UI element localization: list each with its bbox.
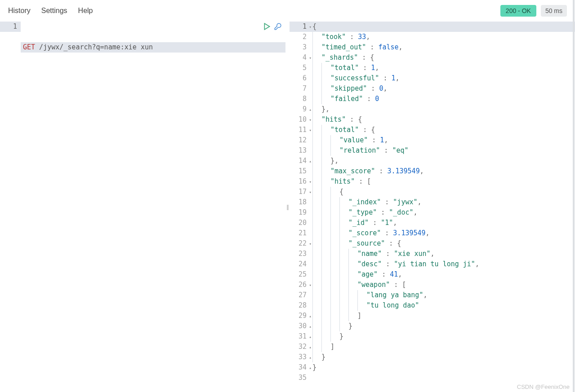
response-line[interactable]: "weapon" : [	[310, 280, 575, 290]
response-line[interactable]: "relation" : "eq"	[310, 145, 575, 156]
fold-toggle-icon[interactable]: ▾	[309, 125, 312, 135]
response-line[interactable]: }	[310, 362, 575, 373]
scrollbar-track[interactable]	[573, 0, 575, 392]
line-number: 22▾	[290, 238, 310, 249]
line-number: 4▾	[290, 53, 310, 63]
response-line[interactable]: }	[310, 321, 575, 331]
line-number: 27	[290, 290, 310, 300]
response-line[interactable]: ]	[310, 342, 575, 352]
response-line[interactable]: "took" : 33,	[310, 32, 575, 42]
fold-toggle-icon[interactable]: ▾	[309, 280, 312, 290]
line-number: 33▴	[290, 352, 310, 362]
response-line[interactable]: "_source" : {	[310, 238, 575, 249]
fold-toggle-icon[interactable]: ▴	[309, 311, 312, 321]
response-line[interactable]: "failed" : 0	[310, 94, 575, 104]
run-icon[interactable]	[263, 22, 271, 31]
line-number: 15	[290, 166, 310, 176]
fold-toggle-icon[interactable]: ▾	[309, 187, 312, 197]
menu-help[interactable]: Help	[78, 7, 93, 15]
request-gutter: 1	[0, 22, 21, 392]
line-number: 6	[290, 73, 310, 84]
fold-toggle-icon[interactable]: ▴	[309, 331, 312, 342]
line-number: 14▴	[290, 156, 310, 166]
response-line[interactable]: },	[310, 104, 575, 115]
http-path: /jywx/_search?q=name:xie xun	[35, 43, 153, 51]
response-line[interactable]: "tu long dao"	[310, 300, 575, 311]
line-number: 18	[290, 197, 310, 207]
response-line[interactable]: "timed_out" : false,	[310, 42, 575, 53]
response-line[interactable]: "name" : "xie xun",	[310, 249, 575, 259]
response-line[interactable]: "value" : 1,	[310, 135, 575, 145]
response-line[interactable]: {	[310, 22, 575, 32]
status-badge[interactable]: 200 - OK	[500, 5, 536, 17]
fold-toggle-icon[interactable]: ▾	[309, 176, 312, 187]
fold-toggle-icon[interactable]: ▾	[309, 238, 312, 249]
line-number: 32▴	[290, 342, 310, 352]
menu-history[interactable]: History	[8, 7, 31, 15]
response-line[interactable]: "total" : 1,	[310, 63, 575, 73]
response-line[interactable]: {	[310, 187, 575, 197]
http-method: GET	[23, 43, 35, 51]
response-line[interactable]: "hits" : {	[310, 115, 575, 125]
fold-toggle-icon[interactable]: ▴	[309, 362, 312, 373]
fold-toggle-icon[interactable]: ▴	[309, 321, 312, 331]
topbar: History Settings Help 200 - OK 50 ms	[0, 0, 575, 22]
line-number: 8	[290, 94, 310, 104]
line-number: 24	[290, 259, 310, 269]
line-number: 23	[290, 249, 310, 259]
line-number: 13	[290, 145, 310, 156]
editor-panes: 1 GET /jywx/_search?q=name:xie xun 1▾234…	[0, 22, 575, 392]
line-number: 1	[0, 22, 21, 32]
response-line[interactable]: "age" : 41,	[310, 269, 575, 280]
fold-toggle-icon[interactable]: ▴	[309, 342, 312, 352]
response-line[interactable]: "skipped" : 0,	[310, 84, 575, 94]
response-line[interactable]: },	[310, 156, 575, 166]
request-code[interactable]: GET /jywx/_search?q=name:xie xun	[21, 22, 285, 392]
response-code[interactable]: {"took" : 33,"timed_out" : false,"_shard…	[310, 22, 575, 392]
response-line[interactable]: "desc" : "yi tian tu long ji",	[310, 259, 575, 269]
response-line[interactable]: "lang ya bang",	[310, 290, 575, 300]
response-line[interactable]: "successful" : 1,	[310, 73, 575, 84]
line-number: 28	[290, 300, 310, 311]
response-line[interactable]: "_shards" : {	[310, 53, 575, 63]
fold-toggle-icon[interactable]: ▴	[309, 352, 312, 362]
line-number: 31▴	[290, 331, 310, 342]
response-line[interactable]: "total" : {	[310, 125, 575, 135]
response-line[interactable]: "_index" : "jywx",	[310, 197, 575, 207]
request-actions	[263, 22, 282, 31]
response-line[interactable]: }	[310, 331, 575, 342]
line-number: 9▴	[290, 104, 310, 115]
line-number: 10▾	[290, 115, 310, 125]
line-number: 3	[290, 42, 310, 53]
line-number: 20	[290, 218, 310, 228]
line-number: 1▾	[290, 22, 310, 32]
line-number: 12	[290, 135, 310, 145]
line-number: 7	[290, 84, 310, 94]
pane-divider[interactable]	[285, 22, 290, 392]
response-line[interactable]: "hits" : [	[310, 176, 575, 187]
response-line[interactable]: "_type" : "_doc",	[310, 207, 575, 218]
fold-toggle-icon[interactable]: ▾	[309, 22, 312, 32]
line-number: 16▾	[290, 176, 310, 187]
fold-toggle-icon[interactable]: ▾	[309, 115, 312, 125]
fold-toggle-icon[interactable]: ▴	[309, 104, 312, 115]
wrench-icon[interactable]	[274, 22, 282, 31]
line-number: 26▾	[290, 280, 310, 290]
response-line[interactable]: ]	[310, 311, 575, 321]
response-line[interactable]: }	[310, 352, 575, 362]
response-line[interactable]: "max_score" : 3.139549,	[310, 166, 575, 176]
menu-settings[interactable]: Settings	[41, 7, 67, 15]
line-number: 25	[290, 269, 310, 280]
response-line[interactable]	[310, 373, 575, 383]
line-number: 30▴	[290, 321, 310, 331]
line-number: 35	[290, 373, 310, 383]
response-line[interactable]: "_id" : "1",	[310, 218, 575, 228]
line-number: 5	[290, 63, 310, 73]
request-pane[interactable]: 1 GET /jywx/_search?q=name:xie xun	[0, 22, 285, 392]
response-pane[interactable]: 1▾234▾56789▴10▾11▾121314▴1516▾17▾1819202…	[290, 22, 575, 392]
response-line[interactable]: "_score" : 3.139549,	[310, 228, 575, 238]
request-line[interactable]: GET /jywx/_search?q=name:xie xun	[21, 42, 285, 53]
line-number: 17▾	[290, 187, 310, 197]
fold-toggle-icon[interactable]: ▾	[309, 53, 312, 63]
fold-toggle-icon[interactable]: ▴	[309, 156, 312, 166]
